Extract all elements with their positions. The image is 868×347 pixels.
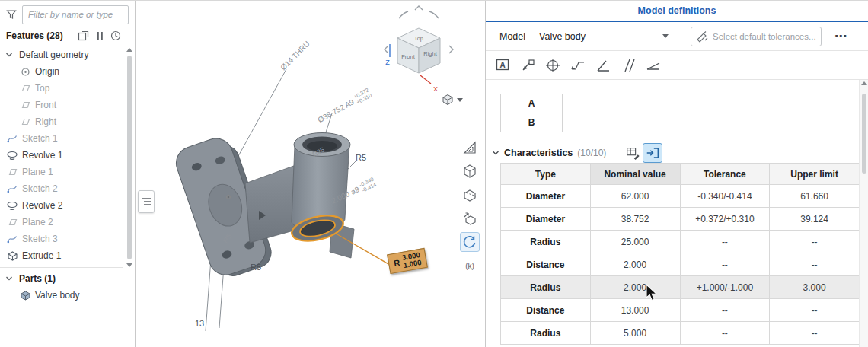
nominal-cell[interactable]: 2.000 xyxy=(590,276,680,299)
tree-item-extrude-1[interactable]: Extrude 1 xyxy=(0,247,123,264)
characteristic-row[interactable]: Radius2.000+1.000/-1.0003.000 xyxy=(501,276,860,299)
upper-limit-cell[interactable]: 39.124 xyxy=(770,208,860,231)
tree-item-sketch-1[interactable]: Sketch 1 xyxy=(0,130,123,147)
scrollbar-thumb[interactable] xyxy=(862,94,866,174)
characteristic-row[interactable]: Radius25.000---- xyxy=(501,231,860,253)
type-cell[interactable]: Radius xyxy=(501,276,591,299)
nominal-cell[interactable]: 62.000 xyxy=(590,185,680,208)
sidebar-scrollbar[interactable] xyxy=(125,46,134,269)
characteristic-row[interactable]: Distance13.000---- xyxy=(501,299,860,322)
tree-item-parts[interactable]: Parts (1) xyxy=(0,270,123,287)
tab-model-definitions[interactable]: Model definitions xyxy=(486,1,868,22)
type-cell[interactable]: Radius xyxy=(501,322,591,345)
orientation-cube-icon[interactable] xyxy=(460,161,480,181)
scroll-up-icon[interactable] xyxy=(126,48,132,52)
upper-limit-cell[interactable]: -- xyxy=(770,231,860,253)
refresh-characteristics-icon[interactable] xyxy=(623,143,643,163)
characteristics-header[interactable]: Characteristics (10/10) xyxy=(486,143,868,163)
characteristic-row[interactable]: Distance2.000---- xyxy=(501,253,860,276)
model-select[interactable]: Valve body xyxy=(536,29,672,44)
nominal-cell[interactable]: 2.000 xyxy=(590,253,680,276)
upper-limit-cell[interactable]: 61.660 xyxy=(770,185,860,208)
column-header[interactable]: Upper limit xyxy=(770,164,860,185)
tree-item-revolve-2[interactable]: Revolve 2 xyxy=(0,197,123,214)
scrollbar-thumb[interactable] xyxy=(127,56,132,259)
tree-item-revolve-1[interactable]: Revolve 1 xyxy=(0,147,123,164)
set-square-icon[interactable] xyxy=(460,138,480,158)
upper-limit-cell[interactable]: -- xyxy=(770,299,860,322)
column-header[interactable]: Tolerance xyxy=(680,164,770,185)
rollback-clock-icon[interactable] xyxy=(110,30,121,41)
datum-cell-a[interactable]: A xyxy=(500,94,563,113)
filter-input[interactable] xyxy=(22,5,129,24)
nominal-cell[interactable]: 5.000 xyxy=(590,322,680,345)
characteristic-row[interactable]: Diameter38.752+0.372/+0.31039.124 xyxy=(501,208,860,231)
tolerance-cell[interactable]: -- xyxy=(680,322,770,345)
tree-item-sketch-2[interactable]: Sketch 2 xyxy=(0,180,123,197)
type-cell[interactable]: Diameter xyxy=(501,208,591,231)
view-cube[interactable]: Top Front Right Z X xyxy=(378,2,461,97)
section-view-icon[interactable] xyxy=(460,185,480,205)
tree-item-valve-body[interactable]: Valve body xyxy=(0,287,123,304)
column-header[interactable]: Type xyxy=(501,164,591,185)
nominal-cell[interactable]: 13.000 xyxy=(590,299,680,322)
tree-item-label: Default geometry xyxy=(19,49,88,60)
panel-scrollbar[interactable] xyxy=(859,80,868,347)
tree-item-origin[interactable]: Origin xyxy=(0,63,123,80)
pause-icon[interactable] xyxy=(96,31,104,41)
upper-limit-cell[interactable]: -- xyxy=(770,253,860,276)
nominal-cell[interactable]: 25.000 xyxy=(590,231,680,253)
more-options-button[interactable]: ⋯ xyxy=(834,30,847,43)
tolerance-cell[interactable]: -- xyxy=(680,231,770,253)
leader-callout-icon[interactable] xyxy=(517,55,538,75)
tree-item-default-geometry[interactable]: Default geometry xyxy=(0,46,123,63)
collapsed-panel-toggle[interactable] xyxy=(138,190,155,213)
popout-icon[interactable] xyxy=(78,30,89,41)
upper-limit-cell[interactable]: -- xyxy=(770,322,860,345)
type-cell[interactable]: Diameter xyxy=(501,185,591,208)
tolerance-cell[interactable]: +0.372/+0.310 xyxy=(680,208,770,231)
tolerance-cell[interactable]: -0.340/-0.414 xyxy=(680,185,770,208)
tree-item-label: Sketch 2 xyxy=(22,183,58,194)
tree-item-right[interactable]: Right xyxy=(0,113,123,130)
datum-cell-b[interactable]: B xyxy=(500,113,563,132)
display-cube-icon xyxy=(442,94,454,106)
upper-limit-cell[interactable]: 3.000 xyxy=(770,276,860,299)
refresh-model-icon[interactable] xyxy=(460,232,480,252)
scroll-down-icon[interactable] xyxy=(126,263,132,267)
type-cell[interactable]: Distance xyxy=(501,299,591,322)
tree-item-plane-2[interactable]: Plane 2 xyxy=(0,214,123,231)
tolerance-cell[interactable]: +1.000/-1.000 xyxy=(680,276,770,299)
display-options-button[interactable] xyxy=(442,94,463,106)
datum-target-icon[interactable] xyxy=(542,55,563,75)
nominal-cell[interactable]: 38.752 xyxy=(590,208,680,231)
datum-feature-icon[interactable]: A xyxy=(492,55,512,75)
dimension-r5-top[interactable]: R5 xyxy=(356,153,366,162)
dimension-13[interactable]: 13 xyxy=(195,319,204,328)
dimension-r5-bottom[interactable]: R5 xyxy=(251,263,261,272)
scroll-up-icon[interactable] xyxy=(861,81,867,85)
parallelism-icon[interactable] xyxy=(617,55,638,75)
angularity-icon[interactable] xyxy=(592,55,613,75)
tree-item-front[interactable]: Front xyxy=(0,97,123,113)
weld-symbol-icon[interactable] xyxy=(567,55,588,75)
import-characteristics-icon[interactable] xyxy=(643,143,662,163)
type-cell[interactable]: Radius xyxy=(501,231,591,253)
taper-icon[interactable] xyxy=(643,55,663,75)
filter-funnel-icon[interactable] xyxy=(6,9,17,20)
x-axis-label: X xyxy=(433,85,438,93)
tolerance-cell[interactable]: -- xyxy=(680,299,770,322)
characteristic-row[interactable]: Radius5.000---- xyxy=(501,322,860,345)
tree-item-top[interactable]: Top xyxy=(0,80,123,97)
tree-item-label: Sketch 3 xyxy=(22,234,58,244)
shortcut-k-icon[interactable]: (k) xyxy=(460,256,480,275)
3d-viewport[interactable]: Ø14 THRU Ø38.752 A9 +0.372 +0.310 R25 R5… xyxy=(136,1,485,347)
explode-view-icon[interactable] xyxy=(460,209,480,228)
tree-item-plane-1[interactable]: Plane 1 xyxy=(0,164,123,180)
tolerance-cell[interactable]: -- xyxy=(680,253,770,276)
tree-item-sketch-3[interactable]: Sketch 3 xyxy=(0,231,123,247)
column-header[interactable]: Nominal value xyxy=(590,164,680,185)
type-cell[interactable]: Distance xyxy=(501,253,591,276)
characteristic-row[interactable]: Diameter62.000-0.340/-0.41461.660 xyxy=(501,185,860,208)
default-tolerances-input[interactable]: Select default tolerances... xyxy=(691,27,822,46)
